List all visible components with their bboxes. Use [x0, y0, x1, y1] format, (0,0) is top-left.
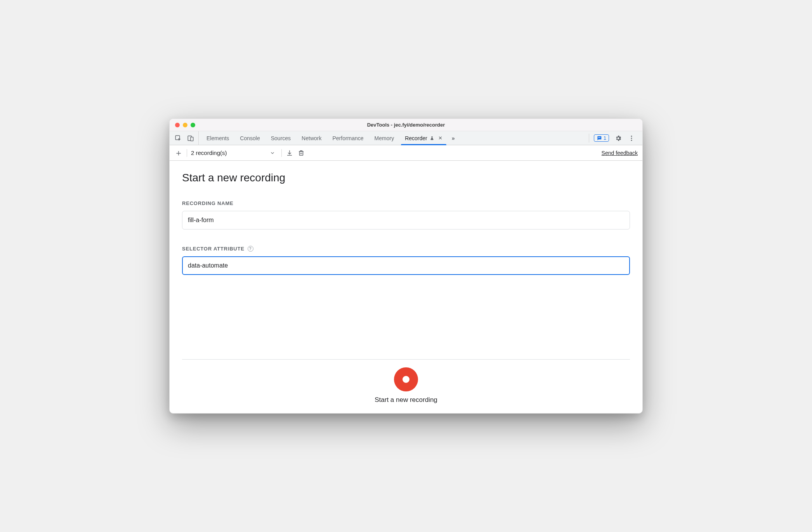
recordings-dropdown[interactable]: 2 recording(s): [191, 150, 278, 156]
new-recording-button[interactable]: ＋: [174, 149, 183, 157]
tab-memory[interactable]: Memory: [369, 131, 400, 145]
tab-console[interactable]: Console: [234, 131, 265, 145]
svg-point-6: [631, 139, 632, 141]
help-icon[interactable]: ?: [248, 246, 253, 252]
tab-label: Memory: [375, 135, 394, 141]
recording-name-field-group: Recording Name: [182, 200, 630, 229]
chat-icon: [597, 136, 602, 141]
issues-badge[interactable]: 1: [594, 134, 609, 142]
experiment-flask-icon: [430, 136, 434, 141]
panel-tabs: Elements Console Sources Network Perform…: [201, 131, 586, 145]
svg-rect-3: [598, 137, 600, 137]
window-title: DevTools - jec.fyi/demo/recorder: [170, 122, 642, 128]
footer: Start a new recording: [182, 359, 630, 413]
start-recording-label: Start a new recording: [375, 396, 437, 404]
delete-trash-icon[interactable]: [297, 149, 305, 157]
inspect-element-icon[interactable]: [174, 134, 182, 142]
tab-sources[interactable]: Sources: [265, 131, 296, 145]
tab-recorder[interactable]: Recorder ✕: [399, 131, 448, 145]
page-title: Start a new recording: [182, 172, 630, 184]
tab-elements[interactable]: Elements: [201, 131, 234, 145]
tab-label: Sources: [271, 135, 291, 141]
selector-attribute-label: Selector Attribute ?: [182, 246, 630, 252]
recording-name-input[interactable]: [182, 211, 630, 229]
svg-point-4: [631, 136, 632, 137]
tab-performance[interactable]: Performance: [327, 131, 369, 145]
svg-point-5: [631, 137, 632, 139]
divider: [281, 149, 282, 157]
svg-rect-2: [191, 137, 193, 141]
selector-attribute-input[interactable]: [182, 256, 630, 275]
export-icon[interactable]: [286, 149, 293, 157]
tab-strip: Elements Console Sources Network Perform…: [170, 131, 642, 145]
svg-rect-7: [299, 151, 303, 155]
tab-label: Console: [240, 135, 260, 141]
send-feedback-link[interactable]: Send feedback: [602, 150, 638, 156]
selector-attribute-label-text: Selector Attribute: [182, 246, 245, 252]
recordings-count-label: 2 recording(s): [191, 150, 227, 156]
close-window-button[interactable]: [175, 123, 180, 127]
divider: [187, 149, 187, 157]
recording-name-label: Recording Name: [182, 200, 630, 206]
recorder-toolbar: ＋ 2 recording(s) Send feedback: [170, 145, 642, 161]
minimize-window-button[interactable]: [183, 123, 187, 127]
settings-gear-icon[interactable]: [614, 134, 622, 142]
titlebar: DevTools - jec.fyi/demo/recorder: [170, 119, 642, 131]
tab-label: Elements: [206, 135, 229, 141]
tab-label: Recorder: [405, 135, 427, 141]
tab-label: Network: [302, 135, 321, 141]
devtools-window: DevTools - jec.fyi/demo/recorder Element…: [169, 118, 643, 414]
divider: [589, 134, 589, 143]
zoom-window-button[interactable]: [191, 123, 195, 127]
window-controls: [175, 123, 195, 127]
kebab-menu-icon[interactable]: [628, 134, 635, 142]
tab-label: Performance: [332, 135, 363, 141]
issues-count: 1: [604, 135, 606, 141]
chevron-down-icon: [270, 150, 275, 156]
tab-network[interactable]: Network: [296, 131, 327, 145]
recorder-panel: Start a new recording Recording Name Sel…: [170, 161, 642, 413]
more-tabs-button[interactable]: »: [448, 131, 459, 145]
close-tab-icon[interactable]: ✕: [438, 135, 442, 141]
device-toolbar-icon[interactable]: [187, 134, 194, 142]
record-dot-icon: [403, 376, 409, 383]
start-recording-button[interactable]: [394, 367, 418, 391]
selector-attribute-field-group: Selector Attribute ?: [182, 246, 630, 275]
